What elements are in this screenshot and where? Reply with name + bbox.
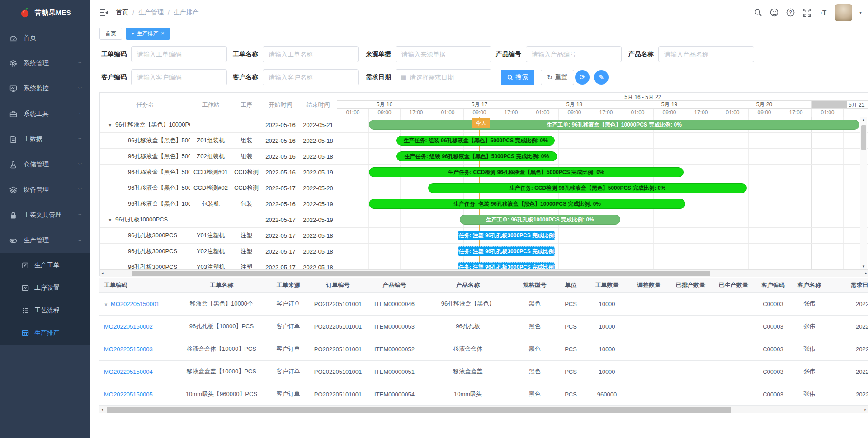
table-hscroll-thumb[interactable] bbox=[107, 407, 731, 413]
scroll-right-icon[interactable]: ▸ bbox=[864, 408, 867, 412]
spec-cell: 黑色 bbox=[513, 338, 556, 360]
hamburger-collapse-icon[interactable] bbox=[99, 8, 108, 17]
gantt-task-bar[interactable]: 生产任务: 注塑 96孔孔板3000PCS 完成比例: 0% bbox=[458, 246, 555, 256]
gantt-bar-label: 生产任务: CCD检测 96孔移液盒【黑色】5000PCS 完成比例: 0% bbox=[509, 184, 665, 192]
column-header: 已生产数量 bbox=[712, 278, 755, 292]
sidebar-item-system-monitor[interactable]: 系统监控﹀ bbox=[0, 76, 90, 101]
table-header-row: 工单编码工单名称工单来源订单编号产品编号产品名称规格型号单位工单数量调整数量已排… bbox=[99, 278, 868, 292]
gantt-task-bar[interactable]: 生产任务: CCD检测 96孔移液盒【黑色】5000PCS 完成比例: 0% bbox=[369, 167, 684, 177]
process-cell: CCD检测 bbox=[231, 168, 262, 176]
font-size-icon[interactable]: тT bbox=[819, 8, 828, 17]
edit-button[interactable]: ✎ bbox=[594, 70, 609, 85]
sidebar-item-master-data[interactable]: 主数据﹀ bbox=[0, 127, 90, 152]
sidebar-item-process-settings[interactable]: 工序设置 bbox=[0, 277, 90, 299]
order-no-cell: PO202205101001 bbox=[310, 360, 366, 383]
table-row[interactable]: MO20220515000296孔孔板【10000】PCS客户订单PO20220… bbox=[99, 315, 868, 338]
sidebar-item-warehouse-management[interactable]: 仓储管理﹀ bbox=[0, 152, 90, 177]
demand-date-input[interactable] bbox=[396, 69, 491, 85]
fullscreen-icon[interactable] bbox=[802, 8, 811, 17]
column-header: 客户编码 bbox=[755, 278, 791, 292]
task-name-cell: ▼96孔移液盒【黑色】10000PCS bbox=[100, 121, 190, 129]
gantt-task-bar[interactable]: 生产任务: 组装 96孔移液盒【黑色】5000PCS 完成比例: 0% bbox=[396, 151, 557, 161]
gantt-bar-label: 生产工单: 96孔移液盒【黑色】10000PCS 完成比例: 0% bbox=[547, 121, 682, 129]
tree-expand-icon[interactable]: ▼ bbox=[108, 123, 112, 127]
gantt-horizontal-scrollbar[interactable]: ◂ ▸ bbox=[100, 269, 868, 277]
breadcrumb-item[interactable]: 生产管理 bbox=[138, 9, 164, 17]
scroll-left-icon[interactable]: ◂ bbox=[101, 271, 104, 275]
breadcrumb-item[interactable]: 生产排产 bbox=[174, 9, 199, 17]
tab-首页[interactable]: 首页 bbox=[99, 28, 122, 40]
sidebar-item-process-flow[interactable]: 工艺流程 bbox=[0, 299, 90, 322]
github-icon[interactable] bbox=[770, 8, 779, 17]
row-expand-caret-icon[interactable]: ∨ bbox=[104, 301, 108, 307]
gantt-task-bar[interactable]: 生产任务: 注塑 96孔孔板3000PCS 完成比例: 0% bbox=[458, 231, 555, 240]
timeline-scroll-block[interactable] bbox=[812, 101, 847, 108]
customer-code-input[interactable] bbox=[131, 69, 227, 85]
work-order-name-input[interactable] bbox=[263, 46, 359, 62]
gantt-order-bar[interactable]: 生产工单: 96孔移液盒【黑色】10000PCS 完成比例: 0% bbox=[369, 120, 859, 130]
tree-expand-icon[interactable]: ▼ bbox=[108, 218, 112, 222]
field-label: 需求日期 bbox=[366, 73, 391, 81]
customer-name-input[interactable] bbox=[263, 69, 359, 85]
work-order-link[interactable]: MO202205150002 bbox=[104, 323, 153, 330]
source-document-input[interactable] bbox=[396, 46, 491, 62]
tab-close-icon[interactable]: × bbox=[161, 30, 164, 37]
table-row[interactable]: MO202205150004移液盒盒盖【10000】PCS客户订单PO20220… bbox=[99, 360, 868, 383]
work-order-link[interactable]: MO202205150004 bbox=[104, 368, 153, 375]
product-name-input[interactable] bbox=[658, 46, 754, 62]
table-row[interactable]: MO202205150003移液盒盒体【10000】PCS客户订单PO20220… bbox=[99, 338, 868, 360]
gantt-task-row[interactable]: 96孔移液盒【黑色】10000PCS包装机包装2022-05-162022-05… bbox=[100, 196, 337, 212]
search-form: 工单编码工单名称来源单据产品编号产品名称客户编码客户名称需求日期▦搜索↻重置⟳✎ bbox=[90, 42, 868, 92]
search-icon[interactable] bbox=[754, 8, 763, 17]
sidebar-item-fixture-management[interactable]: 工装夹具管理﹀ bbox=[0, 203, 90, 228]
search-button[interactable]: 搜索 bbox=[501, 70, 534, 85]
gantt-vscroll-thumb[interactable] bbox=[861, 125, 866, 150]
gantt-task-row[interactable]: 96孔移液盒【黑色】5000PCSCCD检测#01CCD检测2022-05-16… bbox=[100, 165, 337, 180]
tab-active-dot-icon: ● bbox=[132, 32, 134, 36]
help-icon[interactable]: ? bbox=[786, 8, 795, 17]
gantt-task-bar[interactable]: 生产任务: 注塑 96孔孔板3000PCS 完成比例: 0% bbox=[458, 262, 555, 269]
scroll-up-icon[interactable]: ▴ bbox=[863, 118, 865, 122]
gantt-task-bar[interactable]: 生产任务: 组装 96孔移液盒【黑色】5000PCS 完成比例: 0% bbox=[396, 136, 555, 146]
gantt-hscroll-thumb[interactable] bbox=[132, 271, 710, 276]
gantt-task-row[interactable]: ▼96孔移液盒【黑色】10000PCS2022-05-162022-05-21 bbox=[100, 117, 337, 133]
work-order-link[interactable]: MO202205150003 bbox=[104, 346, 153, 353]
sidebar-item-production-scheduling[interactable]: 生产排产 bbox=[0, 322, 90, 344]
table-row[interactable]: ∨MO202205150001移液盒【黑色】10000个客户订单PO202205… bbox=[99, 292, 868, 315]
gantt-task-row[interactable]: 96孔移液盒【黑色】5000PCSZ02组装机组装2022-05-162022-… bbox=[100, 149, 337, 165]
scroll-down-icon[interactable]: ▾ bbox=[863, 264, 865, 268]
end-time-cell: 2022-05-18 bbox=[299, 232, 337, 239]
table-row[interactable]: MO20220515000510mm吸头【960000】PCS客户订单PO202… bbox=[99, 383, 868, 405]
sidebar-item-system-tools[interactable]: 系统工具﹀ bbox=[0, 101, 90, 127]
gantt-task-bar[interactable]: 生产任务: 包装 96孔移液盒【黑色】10000PCS 完成比例: 0% bbox=[369, 199, 685, 209]
work-order-code-input[interactable] bbox=[131, 46, 227, 62]
scroll-left-icon[interactable]: ◂ bbox=[101, 408, 103, 412]
table-horizontal-scrollbar[interactable]: ◂ ▸ bbox=[99, 406, 868, 413]
order-no-cell: PO202205101001 bbox=[310, 292, 366, 315]
gantt-task-row[interactable]: 96孔移液盒【黑色】5000PCSZ01组装机组装2022-05-162022-… bbox=[100, 133, 337, 149]
work-order-link[interactable]: MO202205150005 bbox=[104, 391, 153, 398]
gantt-task-bar[interactable]: 生产任务: CCD检测 96孔移液盒【黑色】5000PCS 完成比例: 0% bbox=[428, 183, 746, 193]
reset-button[interactable]: ↻重置 bbox=[541, 70, 574, 85]
tab-生产排产[interactable]: ●生产排产× bbox=[126, 28, 170, 40]
sidebar-item-equipment-management[interactable]: 设备管理﹀ bbox=[0, 177, 90, 203]
gantt-task-row[interactable]: 96孔孔板3000PCSY03注塑机注塑2022-05-172022-05-18 bbox=[100, 259, 337, 269]
sync-button[interactable]: ⟳ bbox=[575, 70, 590, 85]
gantt-vertical-scrollbar[interactable]: ▴ ▾ bbox=[860, 117, 867, 269]
scroll-right-icon[interactable]: ▸ bbox=[865, 271, 867, 275]
gantt-task-row[interactable]: 96孔孔板3000PCSY01注塑机注塑2022-05-172022-05-18 bbox=[100, 228, 337, 244]
timeline-task-row: 生产工单: 96孔孔板10000PCS 完成比例: 0% bbox=[337, 212, 868, 228]
gantt-timeline: 5月 16 - 5月 22 5月 165月 175月 185月 195月 205… bbox=[337, 93, 868, 269]
gantt-task-row[interactable]: ▼96孔孔板10000PCS2022-05-172022-05-19 bbox=[100, 212, 337, 228]
avatar-caret-icon[interactable]: ▾ bbox=[859, 10, 862, 15]
gantt-task-row[interactable]: 96孔孔板3000PCSY02注塑机注塑2022-05-172022-05-18 bbox=[100, 244, 337, 259]
sidebar-item-production-management[interactable]: 生产管理︿ bbox=[0, 228, 90, 253]
avatar[interactable] bbox=[835, 4, 852, 21]
sidebar-item-home[interactable]: 首页 bbox=[0, 25, 90, 51]
gantt-order-bar[interactable]: 生产工单: 96孔孔板10000PCS 完成比例: 0% bbox=[460, 215, 620, 225]
sidebar-item-production-order[interactable]: 生产工单 bbox=[0, 254, 90, 277]
work-order-link[interactable]: MO202205150001 bbox=[111, 301, 160, 307]
sidebar-item-system-management[interactable]: 系统管理﹀ bbox=[0, 51, 90, 76]
product-code-input[interactable] bbox=[526, 46, 622, 62]
gantt-task-row[interactable]: 96孔移液盒【黑色】5000PCSCCD检测#02CCD检测2022-05-17… bbox=[100, 180, 337, 196]
